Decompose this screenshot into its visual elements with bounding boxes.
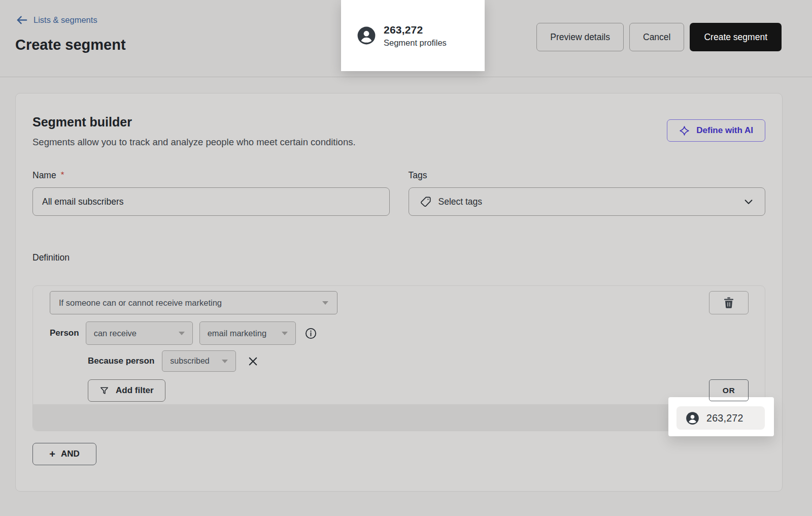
condition-select[interactable]: If someone can or cannot receive marketi…	[50, 291, 337, 314]
consent-verb-select[interactable]: can receive	[86, 321, 193, 345]
condition-select-value: If someone can or cannot receive marketi…	[59, 298, 222, 308]
add-filter-label: Add filter	[116, 385, 154, 396]
segment-profiles-count: 263,272	[384, 24, 447, 36]
tags-select[interactable]: Select tags	[409, 187, 766, 216]
sparkle-icon	[679, 125, 690, 136]
cancel-button[interactable]: Cancel	[629, 23, 684, 51]
definition-profile-count: 263,272	[706, 412, 743, 424]
page-header: Lists & segments Create segment 263,272 …	[0, 0, 812, 77]
because-person-label: Because person	[88, 356, 154, 366]
create-segment-button[interactable]: Create segment	[690, 23, 782, 51]
caret-down-icon	[179, 332, 185, 335]
header-actions: Preview details Cancel Create segment	[536, 23, 782, 51]
consent-verb-value: can receive	[94, 329, 137, 338]
caret-down-icon	[222, 360, 228, 363]
add-and-condition-button[interactable]: + AND	[32, 443, 96, 465]
tag-icon	[420, 196, 432, 208]
and-button-label: AND	[61, 449, 80, 459]
person-circle-icon	[357, 26, 376, 45]
definition-panel: If someone can or cannot receive marketi…	[32, 285, 765, 431]
reason-select[interactable]: subscribed	[162, 350, 236, 372]
tags-select-placeholder: Select tags	[438, 197, 483, 207]
tags-label: Tags	[409, 170, 766, 181]
add-filter-button[interactable]: Add filter	[88, 379, 165, 402]
delete-condition-button[interactable]	[709, 291, 749, 314]
person-condition-row: Person can receive email marketing	[33, 314, 765, 345]
trash-icon	[724, 297, 734, 308]
name-label-text: Name	[32, 170, 56, 181]
segment-profiles-stat-card: 263,272 Segment profiles	[341, 0, 485, 71]
define-with-ai-button[interactable]: Define with AI	[667, 119, 765, 142]
stat-text: 263,272 Segment profiles	[384, 24, 447, 48]
define-with-ai-label: Define with AI	[696, 125, 753, 136]
caret-down-icon	[282, 332, 288, 335]
definition-label: Definition	[32, 252, 765, 263]
because-person-row: Because person subscribed	[33, 345, 765, 372]
builder-header: Segment builder Segments allow you to tr…	[32, 115, 765, 148]
builder-subtitle: Segments allow you to track and analyze …	[32, 137, 356, 148]
name-field-group: Name *	[32, 170, 390, 216]
name-label: Name *	[32, 170, 390, 181]
required-asterisk: *	[61, 170, 64, 181]
segment-count-strip: 263,272	[676, 406, 765, 430]
builder-title: Segment builder	[32, 115, 356, 130]
tags-field-group: Tags Select tags	[409, 170, 766, 216]
chevron-down-icon	[743, 196, 754, 207]
remove-reason-button[interactable]	[247, 356, 259, 367]
x-icon	[247, 356, 259, 367]
count-highlight-overlay: 263,272	[668, 397, 774, 436]
back-link[interactable]: Lists & segments	[16, 15, 97, 25]
reason-value: subscribed	[170, 357, 209, 366]
definition-footer-bar	[33, 404, 765, 431]
back-link-label: Lists & segments	[33, 15, 97, 25]
or-button[interactable]: OR	[709, 379, 749, 401]
channel-value: email marketing	[208, 329, 266, 338]
segment-name-input[interactable]	[32, 187, 390, 216]
caret-down-icon	[322, 301, 328, 305]
person-circle-icon	[686, 411, 699, 425]
channel-select[interactable]: email marketing	[199, 321, 296, 345]
person-label: Person	[50, 328, 79, 338]
segment-builder-card: Segment builder Segments allow you to tr…	[15, 93, 783, 492]
condition-row: If someone can or cannot receive marketi…	[33, 286, 765, 314]
arrow-left-icon	[16, 15, 28, 25]
plus-icon: +	[49, 449, 55, 459]
info-icon[interactable]	[305, 328, 317, 339]
preview-details-button[interactable]: Preview details	[536, 23, 624, 51]
fields-row: Name * Tags Select tags	[32, 170, 765, 216]
filter-row: Add filter OR	[33, 372, 765, 402]
page-title: Create segment	[15, 37, 126, 53]
segment-profiles-label: Segment profiles	[384, 38, 447, 48]
builder-heading-block: Segment builder Segments allow you to tr…	[32, 115, 356, 148]
funnel-icon	[99, 386, 109, 396]
